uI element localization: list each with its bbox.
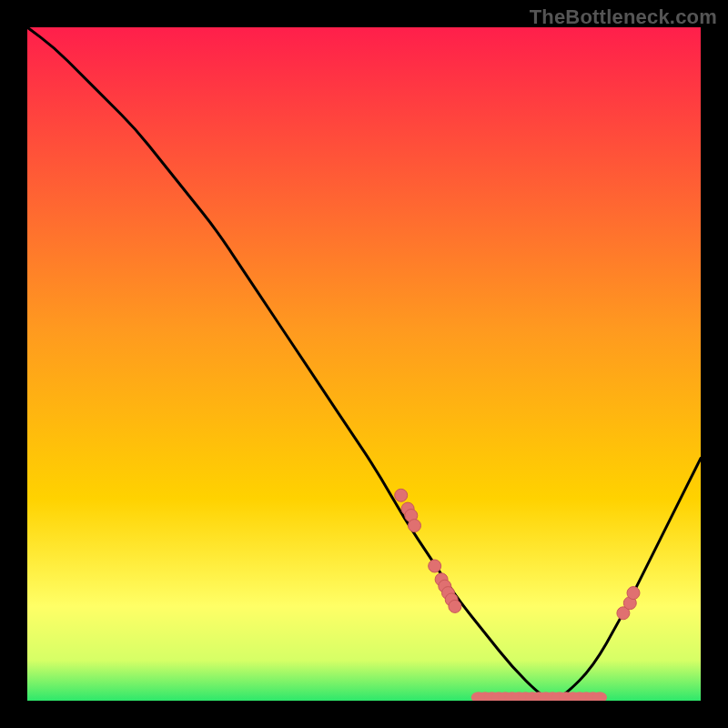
watermark-text: TheBottleneck.com	[530, 5, 717, 29]
data-marker	[429, 560, 441, 572]
data-marker	[627, 587, 640, 600]
bottleneck-chart	[27, 27, 701, 701]
chart-frame	[27, 27, 701, 701]
data-marker	[395, 489, 408, 501]
gradient-background	[27, 27, 701, 701]
data-marker	[409, 520, 421, 532]
data-marker	[449, 600, 461, 612]
flat-region-markers	[471, 692, 607, 701]
